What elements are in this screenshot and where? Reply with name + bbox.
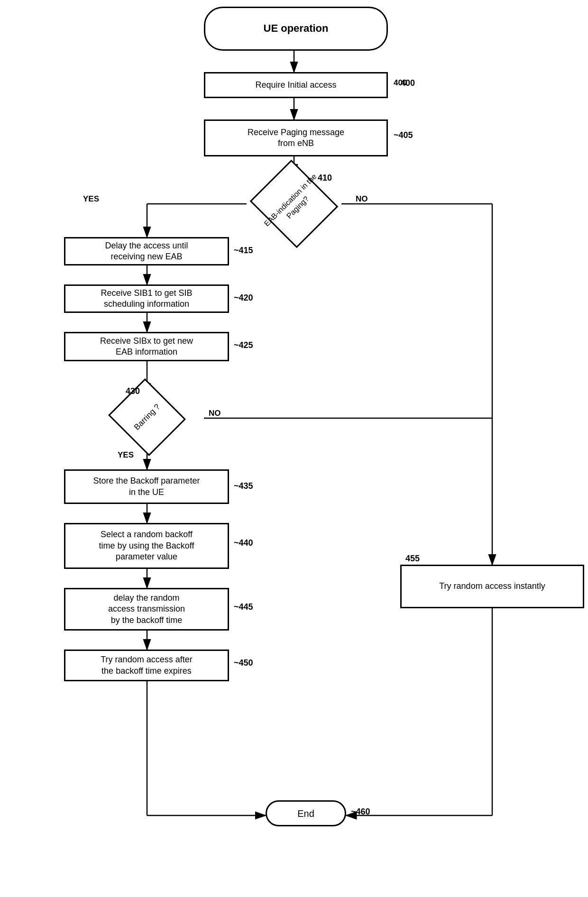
store-backoff-node: Store the Backoff parameter in the UE — [64, 469, 229, 504]
ref-415: ~415 — [234, 246, 253, 256]
ref-425: ~425 — [234, 340, 253, 350]
ref-400-val: 400 — [401, 78, 415, 88]
delay-access-node: Delay the access until receiving new EAB — [64, 237, 229, 265]
ref-435: ~435 — [234, 481, 253, 491]
select-random-node: Select a random backoff time by using th… — [64, 523, 229, 569]
try-instantly-node: Try random access instantly — [400, 565, 584, 608]
receive-paging-node: Receive Paging message from eNB — [204, 119, 388, 156]
barring-diamond-wrapper: Barring ? — [89, 389, 205, 446]
receive-sib1-node: Receive SIB1 to get SIB scheduling infor… — [64, 284, 229, 313]
require-initial-node: Require Initial access — [204, 72, 388, 98]
barring-diamond — [108, 378, 186, 456]
ref-410: 410 — [318, 173, 332, 183]
try-after-node: Try random access after the backoff time… — [64, 650, 229, 681]
ref-460: ~460 — [351, 807, 370, 817]
ue-operation-node: UE operation — [204, 7, 388, 51]
ref-405: ~405 — [394, 130, 413, 140]
ref-445: ~445 — [234, 602, 253, 612]
delay-random-node: delay the random access transmission by … — [64, 588, 229, 631]
receive-sibx-node: Receive SIBx to get new EAB information — [64, 332, 229, 361]
yes1-label: YES — [83, 194, 99, 204]
ref-440: ~440 — [234, 538, 253, 548]
no2-label: NO — [209, 409, 221, 418]
ref-420: ~420 — [234, 293, 253, 303]
flowchart: UE operation Require Initial access 400 … — [0, 0, 588, 897]
ref-430: 430 — [126, 386, 140, 396]
yes2-label: YES — [118, 450, 134, 460]
eab-diamond-wrapper: EAB-indication in the Paging? — [247, 174, 341, 233]
no1-label: NO — [356, 194, 368, 204]
ref-450: ~450 — [234, 658, 253, 668]
end-node: End — [266, 800, 346, 826]
ref-455: 455 — [405, 554, 420, 564]
